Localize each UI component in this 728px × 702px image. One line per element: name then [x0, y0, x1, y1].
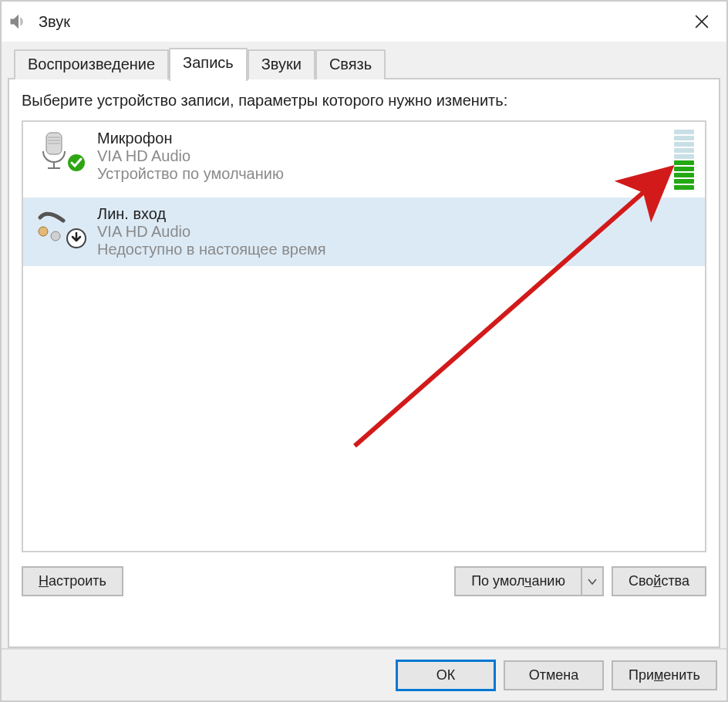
- linein-icon: [32, 204, 88, 247]
- down-badge-icon: [66, 228, 86, 248]
- close-icon: [695, 15, 709, 29]
- tab-communications[interactable]: Связь: [315, 49, 386, 79]
- configure-button[interactable]: Настроить: [22, 566, 123, 596]
- tab-panel: Выберите устройство записи, параметры ко…: [8, 78, 720, 648]
- device-status: Устройство по умолчанию: [97, 165, 674, 183]
- tab-recording[interactable]: Запись: [169, 48, 248, 81]
- titlebar: Звук: [2, 2, 726, 42]
- svg-point-8: [51, 231, 60, 241]
- device-status: Недоступно в настоящее время: [97, 241, 696, 258]
- apply-button[interactable]: Применить: [612, 660, 717, 690]
- vu-meter: [674, 130, 694, 190]
- device-text: Лин. вход VIA HD Audio Недоступно в наст…: [97, 204, 696, 258]
- properties-button[interactable]: Свойства: [612, 566, 706, 596]
- default-badge-icon: [66, 153, 86, 173]
- content-area: Воспроизведение Запись Звуки Связь Выбер…: [2, 42, 726, 648]
- tab-sounds[interactable]: Звуки: [248, 49, 315, 79]
- chevron-down-icon: [588, 577, 597, 586]
- sound-dialog: Звук Воспроизведение Запись Звуки Связь …: [0, 0, 728, 702]
- device-driver: VIA HD Audio: [97, 223, 696, 241]
- set-default-button[interactable]: По умолчанию: [454, 566, 604, 596]
- panel-buttons: Настроить По умолчанию Свойства: [22, 566, 706, 596]
- device-name: Микрофон: [97, 130, 674, 147]
- window-title: Звук: [39, 13, 683, 31]
- close-button[interactable]: [683, 8, 720, 35]
- microphone-icon: [32, 128, 88, 171]
- device-list[interactable]: Микрофон VIA HD Audio Устройство по умол…: [22, 120, 706, 552]
- dialog-footer: ОК Отмена Применить: [2, 648, 726, 700]
- device-item-linein[interactable]: Лин. вход VIA HD Audio Недоступно в наст…: [23, 197, 705, 266]
- set-default-dropdown[interactable]: [582, 566, 604, 596]
- cancel-button[interactable]: Отмена: [504, 660, 604, 690]
- tabstrip: Воспроизведение Запись Звуки Связь: [8, 46, 720, 79]
- svg-point-7: [39, 227, 48, 236]
- device-item-microphone[interactable]: Микрофон VIA HD Audio Устройство по умол…: [23, 122, 705, 197]
- speaker-icon: [8, 11, 29, 32]
- instruction-text: Выберите устройство записи, параметры ко…: [22, 92, 706, 110]
- device-name: Лин. вход: [97, 205, 696, 223]
- tab-playback[interactable]: Воспроизведение: [14, 49, 169, 79]
- device-driver: VIA HD Audio: [97, 147, 674, 165]
- ok-button[interactable]: ОК: [396, 660, 496, 691]
- device-text: Микрофон VIA HD Audio Устройство по умол…: [97, 128, 674, 183]
